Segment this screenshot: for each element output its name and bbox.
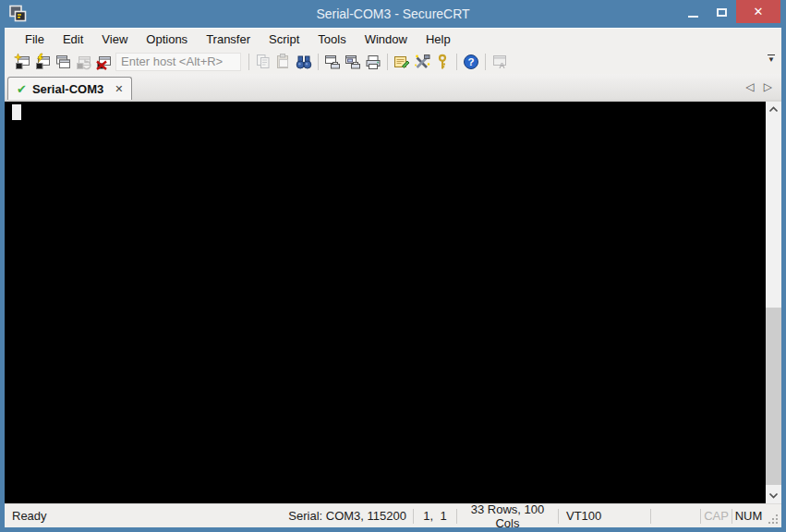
toolbar-separator bbox=[318, 54, 319, 70]
scrollbar-track[interactable] bbox=[766, 117, 781, 488]
status-caps-lock: CAP bbox=[701, 509, 732, 523]
menu-tools[interactable]: Tools bbox=[308, 30, 355, 48]
chevron-down-icon bbox=[766, 488, 781, 503]
reconnect-button[interactable] bbox=[73, 52, 93, 72]
status-num-lock: NUM bbox=[732, 509, 765, 523]
toolbar-separator bbox=[248, 54, 249, 70]
menu-edit[interactable]: Edit bbox=[54, 30, 92, 48]
menu-file[interactable]: File bbox=[16, 30, 54, 48]
paste-button[interactable] bbox=[273, 52, 294, 72]
menu-help[interactable]: Help bbox=[417, 30, 460, 48]
tab-label: Serial-COM3 bbox=[32, 82, 103, 96]
print-selection-button[interactable] bbox=[343, 52, 363, 72]
toolbar-overflow-icon: ▼ bbox=[768, 55, 775, 64]
global-options-button[interactable] bbox=[412, 52, 432, 72]
status-serial-connection: Serial: COM3, 115200 bbox=[248, 509, 413, 523]
print-icon bbox=[364, 53, 382, 71]
scroll-up-button[interactable] bbox=[766, 102, 781, 117]
status-cursor-position: 1, 1 bbox=[414, 509, 456, 523]
close-button[interactable]: ✕ bbox=[736, 0, 780, 23]
terminal-screen[interactable] bbox=[5, 102, 766, 503]
menu-view[interactable]: View bbox=[92, 30, 137, 48]
status-separator bbox=[650, 509, 651, 524]
maximize-icon bbox=[717, 8, 727, 17]
window-content: File Edit View Options Transfer Script T… bbox=[5, 28, 781, 527]
terminal-client-area bbox=[5, 100, 781, 503]
host-input[interactable] bbox=[115, 53, 241, 71]
quick-connect-button[interactable] bbox=[12, 52, 32, 72]
monitor-letter-a-icon: A bbox=[490, 53, 509, 71]
scrollbar-thumb[interactable] bbox=[766, 308, 781, 485]
chevron-up-icon bbox=[766, 102, 781, 117]
menu-options[interactable]: Options bbox=[137, 30, 197, 48]
menu-window[interactable]: Window bbox=[356, 30, 417, 48]
close-icon: ✕ bbox=[754, 5, 764, 18]
toolbar: ? A ▼ bbox=[5, 49, 781, 74]
connect-in-tab-button[interactable] bbox=[53, 52, 73, 72]
tab-serial-com3[interactable]: ✔ Serial-COM3 ✕ bbox=[7, 77, 132, 100]
disconnect-icon bbox=[94, 53, 113, 71]
status-bar: Ready Serial: COM3, 115200 1, 1 33 Rows,… bbox=[5, 503, 781, 527]
print-button[interactable] bbox=[363, 52, 383, 72]
toolbar-separator bbox=[456, 54, 457, 70]
connect-in-tab-icon bbox=[54, 53, 72, 71]
status-terminal-size: 33 Rows, 100 Cols bbox=[457, 502, 558, 530]
resize-grip[interactable] bbox=[765, 504, 781, 527]
find-icon bbox=[295, 53, 313, 71]
status-ready: Ready bbox=[5, 509, 248, 523]
session-options-button[interactable] bbox=[392, 52, 412, 72]
status-emulation: VT100 bbox=[559, 509, 650, 523]
titlebar: Serial-COM3 - SecureCRT ✕ bbox=[0, 0, 786, 28]
toolbar-overflow-button[interactable]: ▼ bbox=[765, 54, 778, 63]
session-options-icon bbox=[393, 53, 411, 71]
svg-text:A: A bbox=[499, 61, 505, 70]
menu-transfer[interactable]: Transfer bbox=[197, 30, 260, 48]
resize-grip-icon bbox=[768, 514, 780, 526]
help-button[interactable]: ? bbox=[461, 52, 481, 72]
connected-check-icon: ✔ bbox=[17, 83, 27, 95]
session-window-button[interactable]: A bbox=[490, 52, 510, 72]
help-icon: ? bbox=[462, 53, 480, 71]
securecrt-window: Serial-COM3 - SecureCRT ✕ File Edit View… bbox=[0, 0, 786, 532]
disconnect-button[interactable] bbox=[93, 52, 114, 72]
vertical-scrollbar[interactable] bbox=[766, 102, 781, 503]
find-button[interactable] bbox=[294, 52, 314, 72]
toolbar-separator bbox=[485, 54, 486, 70]
next-tab-arrow-icon[interactable]: ▷ bbox=[764, 80, 772, 93]
tab-close-icon[interactable]: ✕ bbox=[115, 83, 123, 95]
global-options-icon bbox=[413, 53, 431, 71]
svg-text:?: ? bbox=[467, 56, 474, 67]
connect-icon bbox=[33, 53, 52, 71]
reconnect-icon bbox=[74, 53, 92, 71]
print-screen-button[interactable] bbox=[322, 52, 343, 72]
connect-button[interactable] bbox=[32, 52, 53, 72]
menu-script[interactable]: Script bbox=[260, 30, 308, 48]
copy-icon bbox=[254, 53, 272, 71]
print-screen-icon bbox=[323, 53, 342, 71]
maximize-button[interactable] bbox=[707, 0, 736, 23]
quick-connect-icon bbox=[13, 53, 31, 71]
prev-tab-arrow-icon[interactable]: ◁ bbox=[746, 80, 755, 93]
minimize-button[interactable] bbox=[679, 0, 707, 23]
terminal-cursor bbox=[12, 104, 21, 120]
window-title: Serial-COM3 - SecureCRT bbox=[0, 0, 786, 28]
scroll-down-button[interactable] bbox=[766, 488, 781, 503]
key-agent-button[interactable] bbox=[432, 52, 453, 72]
paste-icon bbox=[274, 53, 293, 71]
tab-bar: ✔ Serial-COM3 ✕ ◁ ▷ bbox=[5, 74, 781, 100]
menu-bar: File Edit View Options Transfer Script T… bbox=[5, 28, 781, 49]
print-selection-icon bbox=[344, 53, 362, 71]
copy-button[interactable] bbox=[253, 52, 273, 72]
key-agent-icon bbox=[433, 53, 452, 71]
toolbar-separator bbox=[387, 54, 388, 70]
minimize-icon bbox=[688, 16, 698, 18]
